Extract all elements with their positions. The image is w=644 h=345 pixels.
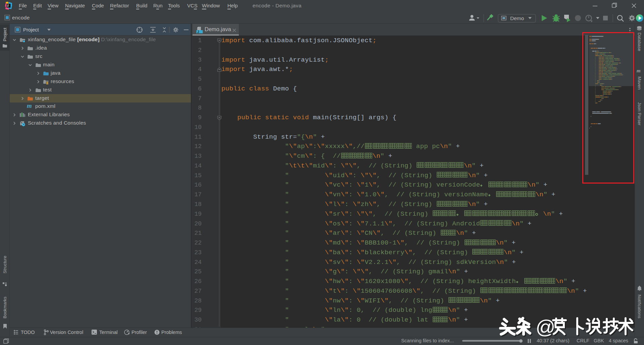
svg-text:@: @ [536,316,555,338]
